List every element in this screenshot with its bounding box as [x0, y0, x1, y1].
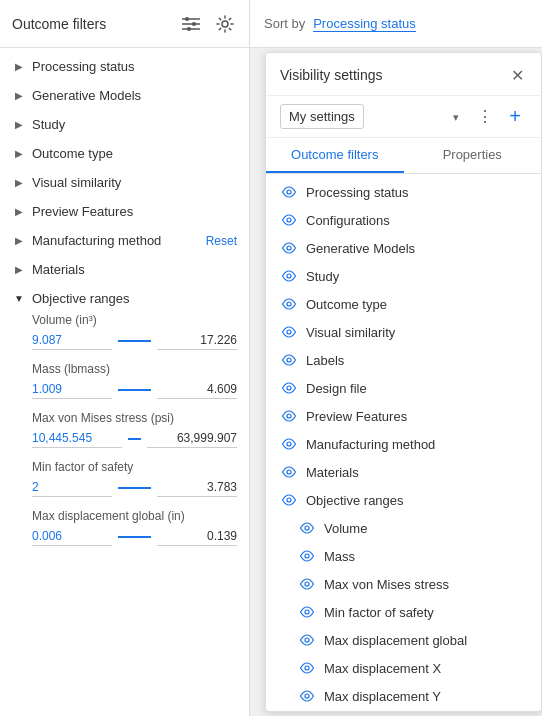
svg-rect-3 — [185, 17, 189, 21]
vis-item-label: Manufacturing method — [306, 437, 435, 452]
vis-item-configurations[interactable]: Configurations — [266, 206, 541, 234]
filter-item-outcome-type[interactable]: ▶ Outcome type — [0, 139, 249, 168]
filter-item-preview-features[interactable]: ▶ Preview Features — [0, 197, 249, 226]
sortby-value[interactable]: Processing status — [313, 16, 416, 32]
close-button[interactable]: ✕ — [507, 65, 527, 85]
range-min-volume[interactable] — [32, 331, 112, 350]
filter-item-study[interactable]: ▶ Study — [0, 110, 249, 139]
vis-item-objective-ranges[interactable]: Objective ranges — [266, 486, 541, 514]
eye-icon — [298, 631, 316, 649]
range-min-safety[interactable] — [32, 478, 112, 497]
range-min-displacement[interactable] — [32, 527, 112, 546]
vis-item-visual-similarity[interactable]: Visual similarity — [266, 318, 541, 346]
filter-item-objective-ranges[interactable]: ▼ Objective ranges — [0, 284, 249, 313]
tab-outcome-filters[interactable]: Outcome filters — [266, 138, 404, 173]
filter-label: Generative Models — [32, 88, 141, 103]
gear-icon[interactable] — [213, 12, 237, 36]
vis-item-preview-features[interactable]: Preview Features — [266, 402, 541, 430]
vis-item-manufacturing-method[interactable]: Manufacturing method — [266, 430, 541, 458]
vis-item-label: Processing status — [306, 185, 409, 200]
range-group-safety: Min factor of safety — [32, 460, 237, 497]
vis-item-generative-models[interactable]: Generative Models — [266, 234, 541, 262]
eye-icon — [280, 295, 298, 313]
vis-item-label: Design file — [306, 381, 367, 396]
objective-ranges-section: Volume (in³) Mass (lbmass) Max von Mises — [0, 313, 249, 566]
vis-item-processing-status[interactable]: Processing status — [266, 178, 541, 206]
svg-point-22 — [305, 610, 309, 614]
add-button[interactable]: + — [503, 105, 527, 129]
visibility-header: Visibility settings ✕ — [266, 53, 541, 96]
left-panel: Outcome filters — [0, 0, 250, 716]
vis-item-label: Max von Mises stress — [324, 577, 449, 592]
tab-properties[interactable]: Properties — [404, 138, 542, 173]
eye-icon — [280, 183, 298, 201]
eye-icon — [280, 435, 298, 453]
chevron-icon: ▶ — [12, 89, 26, 103]
filter-label: Manufacturing method — [32, 233, 161, 248]
visibility-title: Visibility settings — [280, 67, 382, 83]
more-options-button[interactable]: ⋮ — [473, 105, 497, 129]
eye-icon — [280, 211, 298, 229]
vis-item-label: Generative Models — [306, 241, 415, 256]
vis-item-label: Max displacement X — [324, 661, 441, 676]
vis-item-outcome-type[interactable]: Outcome type — [266, 290, 541, 318]
range-max-volume[interactable] — [157, 331, 237, 350]
chevron-down-icon: ▼ — [12, 292, 26, 306]
settings-select[interactable]: My settings — [280, 104, 364, 129]
svg-point-20 — [305, 554, 309, 558]
filter-item-generative-models[interactable]: ▶ Generative Models — [0, 81, 249, 110]
sort-bar: Sort by Processing status — [250, 0, 542, 48]
vis-item-max-displacement-y[interactable]: Max displacement Y — [266, 682, 541, 710]
range-max-mass[interactable] — [157, 380, 237, 399]
vis-item-materials[interactable]: Materials — [266, 458, 541, 486]
vis-item-labels[interactable]: Labels — [266, 346, 541, 374]
range-label-displacement: Max displacement global (in) — [32, 509, 237, 523]
vis-item-max-displacement-x[interactable]: Max displacement X — [266, 654, 541, 682]
vis-item-mass[interactable]: Mass — [266, 542, 541, 570]
chevron-icon: ▶ — [12, 263, 26, 277]
vis-item-study[interactable]: Study — [266, 262, 541, 290]
top-bar: Outcome filters — [0, 0, 249, 48]
filter-item-visual-similarity[interactable]: ▶ Visual similarity — [0, 168, 249, 197]
svg-point-25 — [305, 694, 309, 698]
reset-button[interactable]: Reset — [206, 234, 237, 248]
vis-item-max-displacement-z[interactable]: Max displacement Z — [266, 710, 541, 711]
filter-item-materials[interactable]: ▶ Materials — [0, 255, 249, 284]
range-max-von-mises[interactable] — [147, 429, 237, 448]
svg-rect-4 — [192, 22, 196, 26]
svg-point-15 — [287, 414, 291, 418]
filter-item-manufacturing-method[interactable]: ▶ Manufacturing method Reset — [0, 226, 249, 255]
vis-item-label: Objective ranges — [306, 493, 404, 508]
top-bar-icons — [179, 12, 237, 36]
range-min-mass[interactable] — [32, 380, 112, 399]
vis-item-label: Mass — [324, 549, 355, 564]
vis-item-label: Max displacement Y — [324, 689, 441, 704]
range-min-von-mises[interactable] — [32, 429, 122, 448]
chevron-icon: ▶ — [12, 176, 26, 190]
vis-item-max-von-mises[interactable]: Max von Mises stress — [266, 570, 541, 598]
svg-point-19 — [305, 526, 309, 530]
tabs-row: Outcome filters Properties — [266, 138, 541, 174]
vis-item-design-file[interactable]: Design file — [266, 374, 541, 402]
vis-item-volume[interactable]: Volume — [266, 514, 541, 542]
range-max-safety[interactable] — [157, 478, 237, 497]
eye-icon — [298, 659, 316, 677]
range-group-mass: Mass (lbmass) — [32, 362, 237, 399]
chevron-icon: ▶ — [12, 60, 26, 74]
vis-item-label: Outcome type — [306, 297, 387, 312]
range-max-displacement[interactable] — [157, 527, 237, 546]
svg-point-23 — [305, 638, 309, 642]
chevron-icon: ▶ — [12, 118, 26, 132]
vis-item-label: Configurations — [306, 213, 390, 228]
page-title: Outcome filters — [12, 16, 179, 32]
filter-label: Visual similarity — [32, 175, 121, 190]
range-label-mass: Mass (lbmass) — [32, 362, 237, 376]
vis-item-max-displacement-global[interactable]: Max displacement global — [266, 626, 541, 654]
filter-icon[interactable] — [179, 12, 203, 36]
vis-item-min-factor-safety[interactable]: Min factor of safety — [266, 598, 541, 626]
filter-item-processing-status[interactable]: ▶ Processing status — [0, 52, 249, 81]
eye-icon — [298, 687, 316, 705]
settings-row: My settings ⋮ + — [266, 96, 541, 138]
filter-label: Preview Features — [32, 204, 133, 219]
vis-item-label: Visual similarity — [306, 325, 395, 340]
